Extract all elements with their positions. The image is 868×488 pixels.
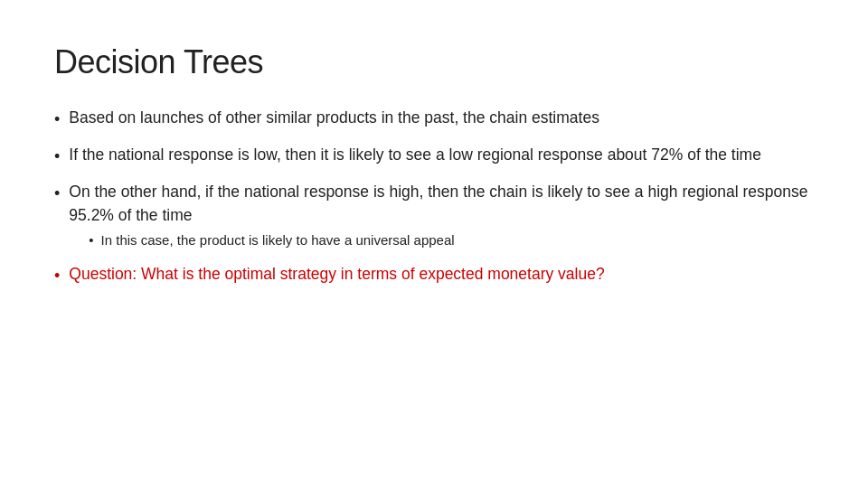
bullet-dot-2: • bbox=[54, 145, 60, 168]
bullet-text-3: On the other hand, if the national respo… bbox=[69, 183, 807, 223]
bullet-text-2: If the national response is low, then it… bbox=[69, 144, 814, 166]
slide-title: Decision Trees bbox=[54, 43, 814, 81]
content-area: • Based on launches of other similar pro… bbox=[54, 107, 814, 300]
bullet-item-2: • If the national response is low, then … bbox=[54, 144, 814, 168]
bullet-dot-1: • bbox=[54, 108, 60, 131]
slide: Decision Trees • Based on launches of ot… bbox=[0, 0, 868, 488]
bullet-item-4: • Question: What is the optimal strategy… bbox=[54, 263, 814, 287]
bullet-text-4: Question: What is the optimal strategy i… bbox=[69, 263, 814, 286]
bullet-item-3: • On the other hand, if the national res… bbox=[54, 181, 814, 250]
sub-dot-3: • bbox=[89, 230, 93, 250]
bullet-item-1: • Based on launches of other similar pro… bbox=[54, 107, 814, 131]
bullet-dot-3: • bbox=[54, 182, 60, 205]
sub-text-3: In this case, the product is likely to h… bbox=[101, 230, 455, 250]
bullet-text-1: Based on launches of other similar produ… bbox=[69, 107, 814, 129]
bullet-dot-4: • bbox=[54, 264, 60, 287]
sub-bullet-3: • In this case, the product is likely to… bbox=[89, 230, 814, 250]
